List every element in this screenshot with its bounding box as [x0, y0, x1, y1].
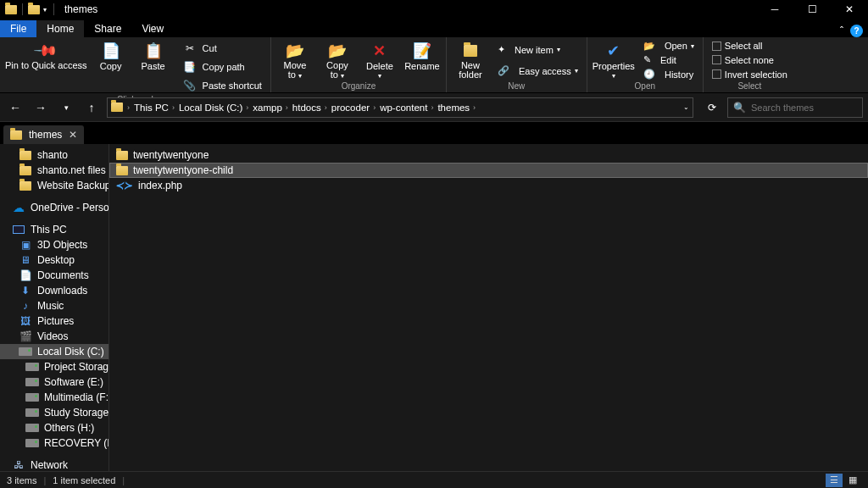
tree-label: RECOVERY (I:) [44, 437, 108, 449]
main: shanto shanto.net files Website Backup ☁… [0, 144, 868, 471]
refresh-button[interactable]: ⟳ [702, 97, 722, 118]
properties-button[interactable]: ✔ Properties▾ [593, 39, 635, 81]
tree-item-drive-h[interactable]: Others (H:) [0, 420, 108, 435]
nav-tree[interactable]: shanto shanto.net files Website Backup ☁… [0, 144, 108, 471]
file-row-php[interactable]: ≺≻ index.php [109, 178, 868, 193]
crumb-2[interactable]: xampp› [253, 103, 291, 113]
help-icon[interactable]: ? [850, 25, 863, 37]
tree-item-desktop[interactable]: 🖥Desktop [0, 252, 108, 268]
easy-access-button[interactable]: 🔗 Easy access ▾ [498, 65, 578, 76]
crumb-4[interactable]: procoder› [331, 103, 378, 113]
copy-path-button[interactable]: 📑Copy path [181, 58, 262, 76]
view-icons-button[interactable]: ▦ [844, 474, 861, 487]
tab-view[interactable]: View [131, 20, 174, 37]
crumb-6[interactable]: themes› [437, 103, 478, 113]
qat-dropdown-icon[interactable]: ▾ [43, 6, 47, 14]
tree-item-shantonet[interactable]: shanto.net files [0, 163, 108, 178]
crumb-3[interactable]: htdocs› [292, 103, 330, 113]
tree-item-pictures[interactable]: 🖼Pictures [0, 313, 108, 329]
pin-to-quick-access-button[interactable]: 📌 Pin to Quick access [5, 39, 87, 95]
tab-share[interactable]: Share [84, 20, 131, 37]
new-item-icon: ✦ [498, 44, 505, 55]
delete-button[interactable]: ✕ Delete▾ [361, 39, 398, 81]
tree-label: Downloads [37, 285, 87, 297]
drive-icon [25, 422, 39, 434]
recent-locations-button[interactable]: ▾ [56, 97, 76, 118]
tree-item-thispc[interactable]: This PC [0, 222, 108, 237]
close-button[interactable]: ✕ [831, 0, 868, 19]
file-list[interactable]: twentytwentyone twentytwentyone-child ≺≻… [108, 144, 868, 471]
cut-button[interactable]: ✂Cut [181, 39, 262, 58]
tree-item-downloads[interactable]: ⬇Downloads [0, 283, 108, 298]
forward-button[interactable]: → [31, 97, 51, 118]
tree-item-drive-f[interactable]: Multimedia (F:) [0, 390, 108, 405]
move-to-button[interactable]: 📂 Moveto ▾ [276, 39, 314, 81]
select-none-button[interactable]: Select none [712, 55, 787, 65]
ribbon-group-clipboard: 📌 Pin to Quick access 📄 Copy 📋 Paste ✂Cu… [0, 37, 271, 92]
back-button[interactable]: ← [5, 97, 25, 118]
tab-file[interactable]: File [0, 20, 36, 37]
open-icon: 📂 [643, 41, 655, 52]
new-item-button[interactable]: ✦ New item ▾ [498, 44, 578, 55]
desktop-icon: 🖥 [19, 254, 32, 266]
open-button[interactable]: 📂 Open ▾ [643, 41, 694, 52]
history-button[interactable]: 🕘 History [643, 69, 694, 80]
select-none-label: Select none [725, 55, 774, 65]
delete-icon: ✕ [370, 42, 389, 60]
tree-item-3d-objects[interactable]: ▣3D Objects [0, 237, 108, 252]
qat-explorer-icon[interactable] [28, 5, 40, 14]
select-none-icon [712, 55, 721, 64]
address-dropdown-icon[interactable]: ⌄ [683, 103, 689, 111]
tree-item-website-backup[interactable]: Website Backup [0, 178, 108, 193]
ribbon-chevron-up-icon[interactable]: ˆ [840, 25, 843, 37]
tree-item-drive-e[interactable]: Software (E:) [0, 374, 108, 390]
tree-label: Software (E:) [44, 376, 103, 388]
tree-item-music[interactable]: ♪Music [0, 298, 108, 313]
drive-icon [19, 346, 32, 358]
easy-access-icon: 🔗 [498, 65, 509, 76]
copy-to-button[interactable]: 📂 Copyto ▾ [319, 39, 356, 81]
crumb-label: This PC [134, 103, 169, 113]
search-field[interactable] [751, 103, 857, 113]
tree-item-drive-study[interactable]: Study Storage pr [0, 405, 108, 420]
invert-selection-button[interactable]: Invert selection [712, 69, 787, 80]
tree-item-documents[interactable]: 📄Documents [0, 268, 108, 283]
doc-tab-themes[interactable]: themes ✕ [3, 125, 84, 144]
up-button[interactable]: ↑ [81, 97, 102, 118]
select-all-button[interactable]: Select all [712, 41, 787, 51]
tree-item-onedrive[interactable]: ☁OneDrive - Persor [0, 200, 108, 215]
minimize-button[interactable]: ─ [756, 0, 793, 19]
edit-button[interactable]: ✎ Edit [643, 54, 694, 65]
file-row-folder[interactable]: twentytwentyone [109, 147, 868, 163]
file-row-folder-selected[interactable]: twentytwentyone-child [109, 163, 868, 178]
maximize-button[interactable]: ☐ [793, 0, 831, 19]
paste-shortcut-button[interactable]: 📎Paste shortcut [181, 76, 262, 95]
rename-button[interactable]: 📝 Rename [403, 39, 441, 81]
tree-item-videos[interactable]: 🎬Videos [0, 329, 108, 344]
open-label: Open [665, 41, 687, 51]
new-folder-icon [461, 42, 480, 60]
new-folder-button[interactable]: Newfolder [452, 39, 489, 81]
crumb-1[interactable]: Local Disk (C:)› [179, 103, 251, 113]
select-all-label: Select all [725, 41, 763, 51]
ribbon-group-new: Newfolder ✦ New item ▾ 🔗 Easy access ▾ N… [447, 37, 587, 92]
tree-item-shanto[interactable]: shanto [0, 147, 108, 163]
drive-icon [25, 437, 39, 449]
cloud-icon: ☁ [12, 202, 25, 214]
crumb-5[interactable]: wp-content› [380, 103, 436, 113]
tree-item-drive-c[interactable]: Local Disk (C:) [0, 344, 108, 359]
view-details-button[interactable]: ☰ [826, 474, 843, 487]
copy-button[interactable]: 📄 Copy [92, 39, 130, 95]
doc-tab-label: themes [29, 129, 62, 141]
tab-close-button[interactable]: ✕ [69, 129, 77, 141]
paste-icon: 📋 [144, 42, 163, 60]
paste-button[interactable]: 📋 Paste [135, 39, 172, 95]
tree-item-drive-project[interactable]: Project Storage ( [0, 359, 108, 374]
tree-item-network[interactable]: 🖧Network [0, 458, 108, 471]
crumb-0[interactable]: This PC› [134, 103, 177, 113]
titlebar: ▾ themes ─ ☐ ✕ [0, 0, 868, 19]
address-bar[interactable]: › This PC› Local Disk (C:)› xampp› htdoc… [107, 97, 693, 118]
search-input[interactable]: 🔍 [727, 97, 863, 118]
tab-home[interactable]: Home [36, 20, 84, 37]
tree-item-drive-i[interactable]: RECOVERY (I:) [0, 435, 108, 451]
